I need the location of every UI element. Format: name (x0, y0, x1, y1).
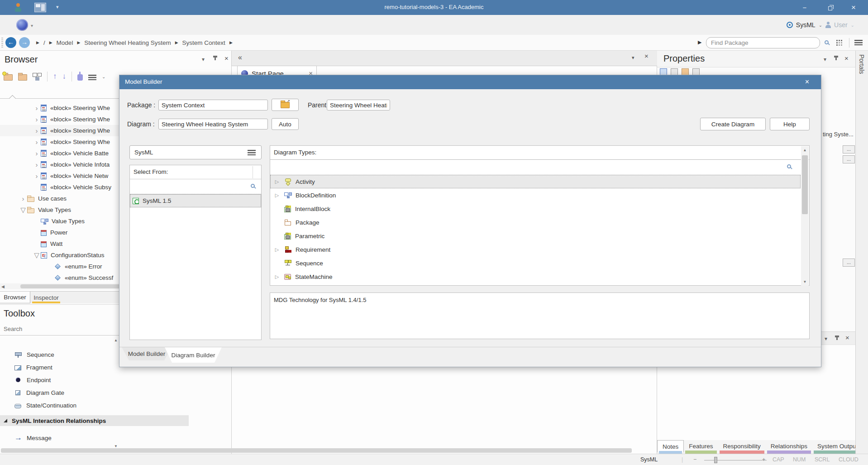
breadcrumb-arrow-icon[interactable]: ▶ (229, 40, 233, 45)
toolbox-item[interactable]: Endpoint (0, 374, 232, 386)
expand-icon[interactable]: ▷ (274, 247, 280, 253)
zoom-out-button[interactable]: − (693, 456, 696, 463)
scrollbar-thumb[interactable] (802, 155, 808, 214)
portals-strip[interactable]: Portals (855, 51, 868, 454)
chevron-down-icon[interactable]: ⌄ (819, 23, 822, 28)
expand-icon[interactable]: › (33, 139, 41, 145)
ellipsis-button[interactable]: ... (843, 155, 855, 163)
technology-item[interactable]: SysML 1.5 (130, 194, 261, 207)
zoom-slider-track[interactable] (704, 460, 767, 460)
properties-tab[interactable]: Responsibility (718, 440, 766, 452)
restore-button[interactable] (820, 0, 840, 15)
expand-icon[interactable]: › (33, 173, 41, 179)
close-icon[interactable]: × (844, 56, 849, 61)
breadcrumb-segment[interactable]: ▶ System Context (175, 39, 225, 46)
diagram-type-item[interactable]: ▷ Activity (270, 175, 801, 188)
new-package-icon[interactable] (4, 74, 13, 81)
properties-tab[interactable]: Notes (657, 440, 684, 452)
open-folder-icon[interactable] (18, 74, 27, 81)
chevron-down-icon[interactable]: ⌄ (851, 23, 854, 28)
zoom-in-button[interactable]: + (762, 456, 765, 463)
properties-tab[interactable]: Features (684, 440, 718, 452)
vertical-scrollbar[interactable]: ▲ ▼ (801, 146, 809, 286)
scroll-up-icon[interactable]: ▲ (801, 148, 809, 152)
diagram-type-item[interactable]: Sequence (270, 256, 801, 270)
toolbox-item[interactable]: Message (0, 431, 232, 444)
expand-icon[interactable]: › (33, 105, 41, 111)
chevron-down-icon[interactable]: ▾ (632, 55, 634, 61)
model-structure-icon[interactable] (33, 72, 42, 81)
auto-button[interactable]: Auto (272, 118, 299, 130)
move-down-icon[interactable]: ↓ (62, 72, 67, 81)
find-package-input[interactable] (706, 37, 820, 48)
expand-icon[interactable]: ▽ (19, 207, 27, 213)
diagram-type-item[interactable]: Parametric (270, 229, 801, 243)
tab-scroll-left-icon[interactable]: « (238, 53, 242, 62)
dialog-title-bar[interactable]: Model Builder × (119, 75, 821, 89)
column-divider[interactable] (253, 166, 253, 178)
back-button[interactable]: ← (5, 37, 16, 48)
expand-icon[interactable]: › (33, 128, 41, 134)
chevron-down-icon[interactable]: ▾ (824, 56, 826, 62)
toolbox-item[interactable]: Diagram Gate (0, 386, 232, 399)
close-icon[interactable]: × (845, 335, 849, 340)
create-diagram-button[interactable]: Create Diagram (700, 118, 766, 130)
diagram-type-item[interactable]: ▷ StateMachine (270, 270, 801, 283)
expand-icon[interactable]: ▷ (274, 274, 280, 280)
diagram-type-item[interactable]: InternalBlock (270, 202, 801, 216)
search-icon[interactable] (825, 40, 829, 44)
pin-icon[interactable] (835, 56, 837, 60)
breadcrumb-segment[interactable]: ▶ Steering Wheel Heating System (77, 39, 171, 46)
diagram-type-item[interactable]: ▷ Requirement (270, 243, 801, 256)
perspective-selector[interactable]: SysML (796, 21, 816, 29)
toolbox-item[interactable]: State/Continuation (0, 399, 232, 412)
pin-icon[interactable] (836, 336, 838, 340)
close-icon[interactable]: × (224, 56, 229, 61)
chevron-down-icon[interactable]: ▾ (825, 336, 827, 342)
expand-icon[interactable]: ▷ (274, 192, 280, 198)
search-icon[interactable] (251, 184, 255, 188)
close-icon[interactable]: × (644, 53, 649, 59)
expand-icon[interactable]: › (33, 162, 41, 168)
move-up-icon[interactable]: ↑ (53, 72, 57, 81)
nav-expand-arrow-icon[interactable]: ▶ (698, 39, 701, 45)
scroll-down-icon[interactable]: ▼ (801, 280, 809, 284)
browse-package-button[interactable] (272, 99, 299, 111)
expand-icon[interactable]: ▽ (33, 252, 41, 259)
toolbox-section-header[interactable]: SysML Interaction Relationships (0, 415, 189, 426)
technology-combo[interactable]: SysML (129, 145, 262, 159)
expand-icon[interactable]: › (33, 150, 41, 157)
zoom-slider-thumb[interactable] (714, 457, 717, 463)
properties-tab[interactable]: Relationships (766, 440, 812, 452)
breadcrumb-arrow-icon[interactable]: ▶ (36, 40, 39, 45)
minimize-button[interactable]: − (795, 0, 815, 15)
tab-browser[interactable]: Browser (0, 292, 30, 303)
diagram-type-item[interactable]: Package (270, 216, 801, 229)
ea-logo-icon[interactable] (16, 19, 28, 31)
close-button[interactable]: × (844, 0, 863, 15)
diagram-types-filter-row[interactable] (270, 160, 809, 175)
package-browser-icon[interactable] (836, 40, 838, 41)
tab-model-builder[interactable]: Model Builder (122, 347, 172, 360)
chevron-down-icon[interactable]: ▾ (202, 56, 205, 62)
diagram-name-input[interactable] (158, 119, 268, 129)
breadcrumb-segment[interactable]: ▶ Model (49, 39, 73, 46)
chevron-down-icon[interactable]: ▾ (31, 23, 33, 28)
package-input[interactable] (158, 100, 268, 110)
diagram-type-item[interactable]: ▷ BlockDefinition (270, 188, 801, 202)
parent-input[interactable] (327, 100, 390, 110)
locate-icon[interactable] (77, 74, 83, 81)
chevron-down-icon[interactable]: ⌄ (102, 74, 105, 79)
forward-button[interactable]: → (19, 37, 30, 48)
hamburger-menu-icon[interactable] (88, 75, 96, 80)
scroll-left-icon[interactable]: ◀ (1, 284, 5, 289)
help-button[interactable]: Help (770, 118, 810, 130)
breadcrumb-root[interactable]: / (43, 39, 45, 46)
ellipsis-button[interactable]: ... (843, 259, 855, 267)
hamburger-menu-icon[interactable] (854, 40, 863, 45)
search-icon[interactable] (787, 164, 791, 168)
dialog-close-button[interactable]: × (805, 78, 809, 86)
pin-icon[interactable] (215, 56, 216, 60)
tab-diagram-builder[interactable]: Diagram Builder (165, 347, 222, 363)
status-perspective[interactable]: SysML (640, 456, 658, 463)
